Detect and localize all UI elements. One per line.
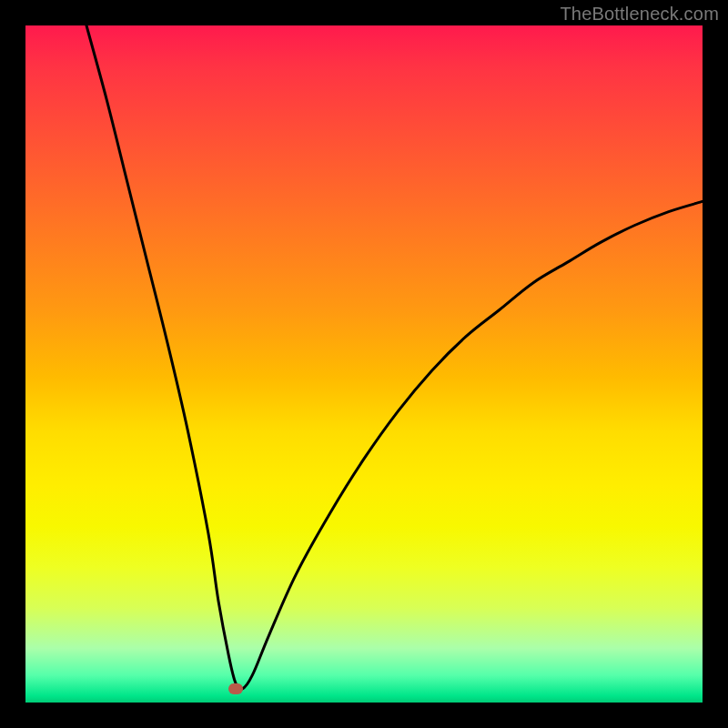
optimum-marker bbox=[228, 683, 243, 694]
watermark-text: TheBottleneck.com bbox=[560, 4, 719, 25]
curve-svg bbox=[25, 25, 703, 703]
plot-area bbox=[25, 25, 703, 703]
bottleneck-curve bbox=[86, 25, 703, 690]
chart-frame: TheBottleneck.com bbox=[0, 0, 728, 728]
